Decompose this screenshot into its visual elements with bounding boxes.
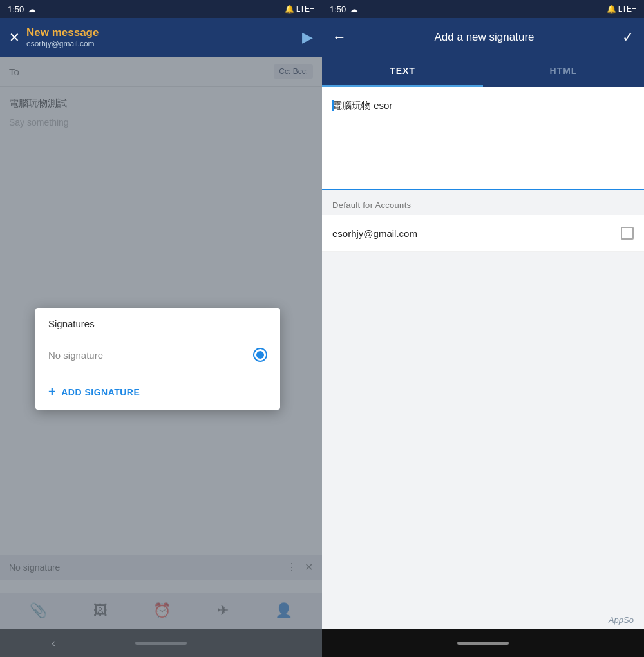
right-signal: 🔔 LTE+: [607, 5, 636, 14]
tabs-container: TEXT HTML: [322, 57, 644, 87]
email-header: ✕ New message esorhjy@gmail.com ▶: [0, 18, 322, 57]
section-header-accounts: Default for Accounts: [322, 190, 644, 215]
account-email: esorhjy@gmail.com: [332, 228, 417, 239]
left-panel: 1:50 ☁ 🔔 LTE+ ✕ New message esorhjy@gmai…: [0, 0, 322, 657]
add-signature-button[interactable]: + ADD SIGNATURE: [35, 374, 280, 410]
plus-icon: +: [48, 385, 56, 399]
radio-dot: [256, 351, 264, 359]
right-panel: 1:50 ☁ 🔔 LTE+ ← Add a new signature ✓ TE…: [322, 0, 644, 657]
left-cloud-icon: ☁: [28, 5, 36, 14]
page-title: Add a new signature: [435, 31, 535, 44]
signatures-popup: Signatures No signature + ADD SIGNATURE: [35, 308, 280, 410]
right-status-bar: 1:50 ☁ 🔔 LTE+: [322, 0, 644, 18]
right-cloud-icon: ☁: [350, 5, 358, 14]
left-signal: 🔔 LTE+: [285, 5, 314, 14]
signature-text-value: 電腦玩物 esor: [332, 100, 392, 111]
popup-no-signature-option[interactable]: No signature: [35, 336, 280, 374]
email-body: To Cc: Bcc: 電腦玩物測試 Say something No sign…: [0, 57, 322, 657]
account-row: esorhjy@gmail.com: [322, 215, 644, 252]
add-signature-label: ADD SIGNATURE: [61, 387, 140, 397]
account-checkbox[interactable]: [621, 227, 634, 240]
save-button[interactable]: ✓: [622, 29, 634, 46]
compose-title: New message: [26, 26, 99, 39]
close-compose-icon[interactable]: ✕: [9, 30, 20, 45]
compose-from-email: esorhjy@gmail.com: [26, 39, 99, 48]
popup-title: Signatures: [35, 308, 280, 336]
right-header: ← Add a new signature ✓: [322, 18, 644, 57]
back-button[interactable]: ←: [332, 29, 346, 46]
appso-watermark: AppSo: [609, 615, 634, 625]
text-cursor: [332, 100, 334, 111]
left-status-bar: 1:50 ☁ 🔔 LTE+: [0, 0, 322, 18]
right-time: 1:50: [330, 5, 346, 14]
signature-input-area[interactable]: 電腦玩物 esor: [322, 87, 644, 190]
left-time: 1:50: [8, 5, 24, 14]
tab-text[interactable]: TEXT: [322, 57, 483, 87]
send-icon[interactable]: ▶: [302, 29, 313, 46]
right-content: 電腦玩物 esor Default for Accounts esorhjy@g…: [322, 87, 644, 657]
no-signature-label: No signature: [48, 350, 103, 361]
radio-selected-icon: [253, 348, 267, 362]
tab-html[interactable]: HTML: [483, 57, 644, 87]
right-home-pill[interactable]: [457, 642, 509, 645]
right-nav-bar: [322, 629, 644, 657]
